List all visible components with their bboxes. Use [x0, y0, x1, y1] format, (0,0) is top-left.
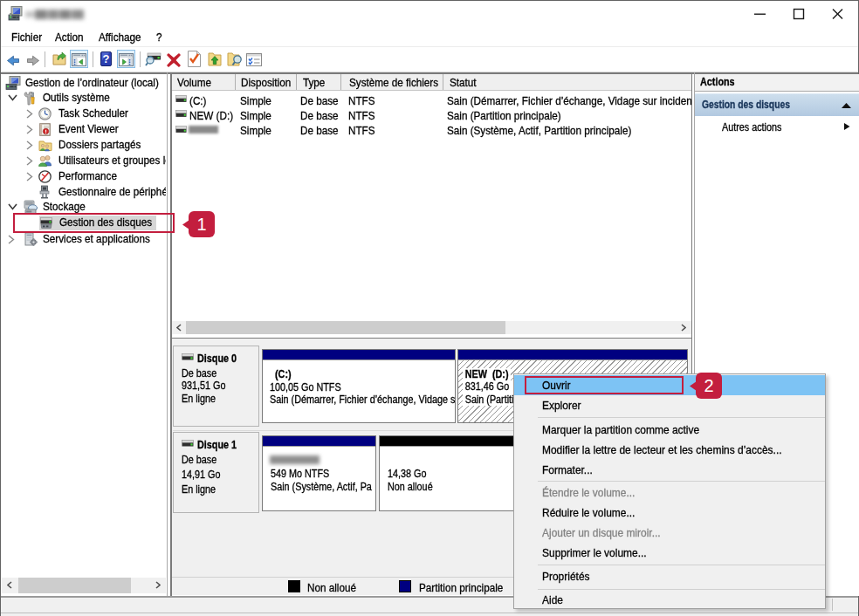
svg-text:?: ? — [103, 52, 110, 65]
